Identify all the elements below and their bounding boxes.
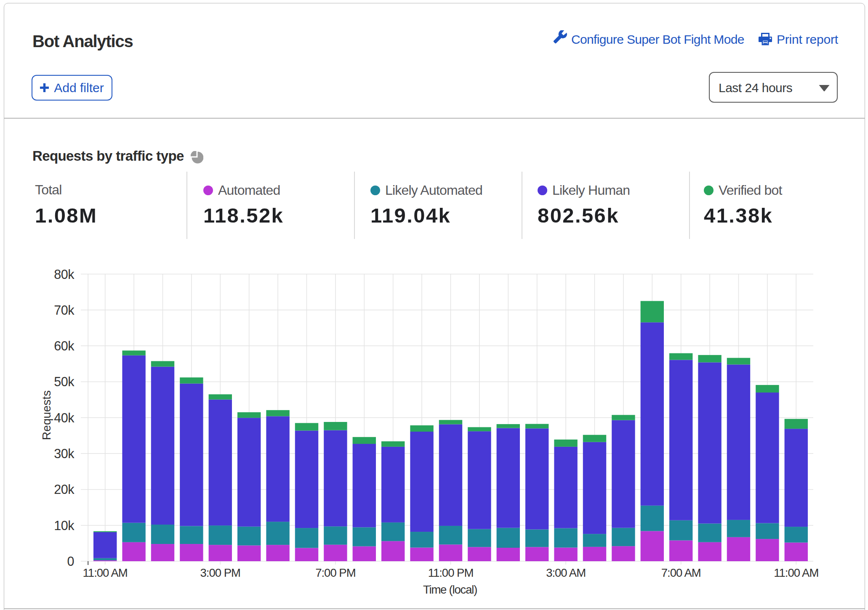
- svg-text:60k: 60k: [54, 339, 75, 353]
- svg-text:7:00 PM: 7:00 PM: [315, 566, 355, 579]
- svg-text:3:00 AM: 3:00 AM: [546, 566, 586, 579]
- svg-text:Requests: Requests: [40, 390, 53, 440]
- svg-text:11:00 AM: 11:00 AM: [774, 566, 818, 579]
- svg-text:70k: 70k: [54, 303, 75, 317]
- svg-text:0: 0: [67, 554, 74, 568]
- svg-text:80k: 80k: [54, 267, 75, 281]
- svg-text:20k: 20k: [54, 482, 75, 496]
- svg-text:7:00 AM: 7:00 AM: [661, 566, 701, 579]
- svg-text:3:00 PM: 3:00 PM: [200, 566, 240, 579]
- svg-text:11:00 AM: 11:00 AM: [83, 566, 128, 579]
- svg-text:30k: 30k: [54, 446, 75, 461]
- svg-text:40k: 40k: [54, 411, 75, 425]
- svg-text:11:00 PM: 11:00 PM: [428, 566, 474, 579]
- svg-text:10k: 10k: [54, 518, 75, 533]
- svg-text:50k: 50k: [54, 374, 75, 389]
- svg-text:Time (local): Time (local): [423, 583, 477, 596]
